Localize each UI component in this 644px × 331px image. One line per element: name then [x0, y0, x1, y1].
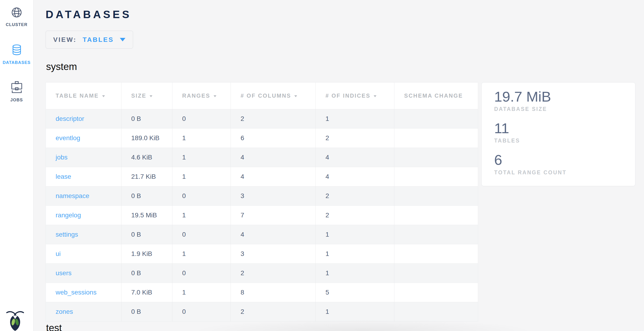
column-header[interactable]: SCHEMA CHANGE [394, 82, 478, 109]
column-header-label: SIZE [131, 92, 146, 99]
cell-schema-change [394, 283, 478, 302]
cell-size: 4.6 KiB [122, 148, 172, 167]
cell-columns: 2 [231, 263, 316, 283]
sort-caret-icon [374, 95, 376, 97]
cell-schema-change [394, 263, 478, 283]
column-header[interactable]: RANGES [172, 82, 231, 109]
cell-schema-change [394, 302, 478, 321]
table-name-link[interactable]: zones [56, 308, 73, 315]
sidebar-item-label: CLUSTER [6, 22, 28, 27]
cell-table-name: descriptor [46, 109, 122, 128]
globe-icon [11, 7, 22, 18]
cell-indices: 5 [316, 283, 394, 302]
table-row: zones 0 B 0 2 1 [46, 302, 478, 321]
cell-columns: 8 [231, 283, 316, 302]
databases-page: { "sidebar": { "items": [ { "label": "CL… [0, 0, 644, 331]
cell-indices: 1 [316, 244, 394, 263]
database-section-heading-test: test [46, 323, 644, 331]
table-name-link[interactable]: eventlog [56, 134, 80, 142]
table-row: jobs 4.6 KiB 1 4 4 [46, 148, 478, 167]
summary-stat-value: 11 [494, 120, 635, 136]
cell-size: 21.7 KiB [122, 167, 172, 186]
main-content: DATABASES VIEW: TABLES system TABLE NAME… [34, 0, 644, 331]
summary-stat-value: 19.7 MiB [494, 89, 635, 105]
cell-columns: 2 [231, 302, 316, 321]
sort-caret-icon [294, 95, 297, 97]
cell-indices: 1 [316, 225, 394, 244]
summary-stat: 6 TOTAL RANGE COUNT [494, 152, 635, 176]
database-icon [12, 44, 22, 56]
cell-indices: 4 [316, 167, 394, 186]
table-name-link[interactable]: users [56, 269, 72, 277]
cell-schema-change [394, 206, 478, 225]
table-name-link[interactable]: ui [56, 250, 61, 257]
summary-stat-label: DATABASE SIZE [494, 106, 635, 112]
cell-ranges: 1 [172, 244, 231, 263]
cell-table-name: eventlog [46, 128, 122, 148]
cell-size: 0 B [122, 302, 172, 321]
cell-size: 189.0 KiB [122, 128, 172, 148]
column-header-label: # OF INDICES [326, 92, 370, 99]
table-name-link[interactable]: jobs [56, 154, 68, 161]
cell-schema-change [394, 186, 478, 206]
sidebar-item-jobs[interactable]: JOBS [0, 81, 33, 102]
cell-schema-change [394, 109, 478, 128]
column-header[interactable]: SIZE [122, 82, 172, 109]
table-row: namespace 0 B 0 3 2 [46, 186, 478, 206]
column-header[interactable]: TABLE NAME [46, 82, 122, 109]
table-row: settings 0 B 0 4 1 [46, 225, 478, 244]
cockroach-bug-logo [6, 310, 25, 331]
cell-indices: 2 [316, 128, 394, 148]
cell-ranges: 1 [172, 283, 231, 302]
cell-columns: 6 [231, 128, 316, 148]
system-database-content: TABLE NAME SIZE RANGES # OF COLUMNS # OF… [46, 82, 644, 322]
table-name-link[interactable]: namespace [56, 192, 89, 199]
cell-table-name: lease [46, 167, 122, 186]
sort-caret-icon [150, 95, 152, 97]
table-row: eventlog 189.0 KiB 1 6 2 [46, 128, 478, 148]
column-header-label: # OF COLUMNS [240, 92, 291, 99]
cell-indices: 2 [316, 186, 394, 206]
cell-columns: 4 [231, 167, 316, 186]
view-selector-value: TABLES [82, 36, 114, 43]
column-header-label: SCHEMA CHANGE [404, 92, 463, 99]
cell-indices: 4 [316, 148, 394, 167]
table-name-link[interactable]: descriptor [56, 115, 84, 122]
sidebar-item-databases[interactable]: DATABASES [0, 44, 33, 65]
sidebar-item-cluster[interactable]: CLUSTER [0, 7, 33, 27]
table-name-link[interactable]: lease [56, 173, 71, 180]
cell-ranges: 0 [172, 109, 231, 128]
briefcase-icon [11, 81, 22, 93]
table-name-link[interactable]: web_sessions [56, 289, 96, 296]
cell-columns: 7 [231, 206, 316, 225]
sidebar-item-label: DATABASES [2, 60, 30, 65]
summary-stat-label: TOTAL RANGE COUNT [494, 169, 635, 176]
table-name-link[interactable]: settings [56, 231, 78, 238]
view-selector-dropdown[interactable]: VIEW: TABLES [46, 31, 133, 48]
view-selector-prefix: VIEW: [53, 36, 76, 43]
table-header-row: TABLE NAME SIZE RANGES # OF COLUMNS # OF… [46, 82, 478, 109]
cell-table-name: ui [46, 244, 122, 263]
cell-size: 7.0 KiB [122, 283, 172, 302]
column-header[interactable]: # OF INDICES [316, 82, 394, 109]
cell-ranges: 1 [172, 128, 231, 148]
table-row: lease 21.7 KiB 1 4 4 [46, 167, 478, 186]
sort-caret-icon [102, 95, 105, 97]
cell-table-name: jobs [46, 148, 122, 167]
cell-ranges: 0 [172, 263, 231, 283]
table-row: rangelog 19.5 MiB 1 7 2 [46, 206, 478, 225]
cell-schema-change [394, 225, 478, 244]
cell-size: 0 B [122, 186, 172, 206]
sort-caret-icon [214, 95, 216, 97]
cell-table-name: rangelog [46, 206, 122, 225]
cell-size: 0 B [122, 109, 172, 128]
cell-columns: 3 [231, 186, 316, 206]
sidebar: CLUSTER DATABASES JOBS [0, 0, 34, 331]
cell-columns: 4 [231, 225, 316, 244]
cell-schema-change [394, 244, 478, 263]
table-name-link[interactable]: rangelog [56, 212, 81, 219]
column-header-label: RANGES [182, 92, 210, 99]
column-header[interactable]: # OF COLUMNS [231, 82, 316, 109]
summary-stat-label: TABLES [494, 138, 635, 144]
cell-size: 0 B [122, 225, 172, 244]
